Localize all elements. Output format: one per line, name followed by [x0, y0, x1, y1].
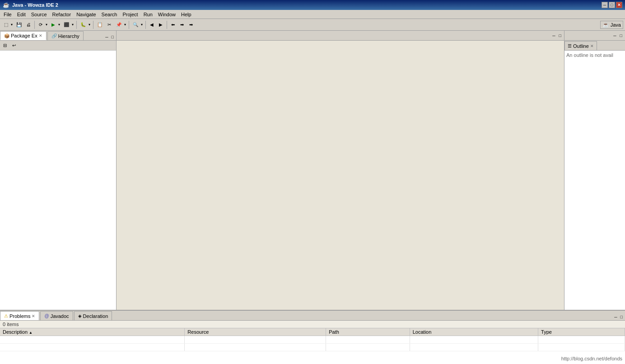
title-bar: ☕ Java - Wowza IDE 2 ─ □ ✕ [0, 0, 625, 10]
search-button-group: 🔍 ▾ [131, 20, 144, 29]
menu-item-edit[interactable]: Edit [14, 11, 28, 18]
right-panel-content: An outline is not avail [564, 51, 625, 310]
right-panel: ─ □ ☰ Outline ✕ An outline is not avail [564, 31, 625, 310]
debug-button-group: 🐛 ▾ [79, 20, 91, 29]
close-button[interactable]: ✕ [616, 2, 622, 8]
menu-item-file[interactable]: File [1, 11, 14, 18]
menu-item-source[interactable]: Source [28, 11, 50, 18]
back-button[interactable]: ⬅ [169, 20, 177, 29]
watermark: http://blog.csdn.net/defonds [561, 356, 622, 361]
javadoc-label: Javadoc [51, 313, 69, 319]
stop-dropdown-arrow[interactable]: ▾ [71, 23, 75, 27]
bottom-maximize-button[interactable]: □ [619, 314, 624, 320]
problems-table-body [0, 336, 625, 351]
left-panel-tab-controls: ─ □ [104, 34, 116, 40]
copy-button[interactable]: 📋 [95, 20, 104, 29]
location-column-header[interactable]: Location [410, 328, 538, 336]
search-dropdown-arrow[interactable]: ▾ [140, 23, 144, 27]
hierarchy-label: Hierarchy [58, 33, 79, 39]
center-panel: ─ □ [117, 31, 564, 310]
hierarchy-icon: 🔗 [51, 33, 57, 38]
menu-item-refactor[interactable]: Refactor [50, 11, 74, 18]
main-layout: 📦 Package Ex ✕ 🔗 Hierarchy ─ □ ⊟ ↩ [0, 31, 625, 364]
package-explorer-icon: 📦 [4, 33, 9, 38]
left-panel-maximize-button[interactable]: □ [110, 34, 115, 40]
type-column-header[interactable]: Type [538, 328, 625, 336]
build-button-group: ⟳ ▾ [37, 20, 48, 29]
package-explorer-tab[interactable]: 📦 Package Ex ✕ [0, 31, 47, 40]
resource-column-header[interactable]: Resource [185, 328, 326, 336]
save-button[interactable]: 💾 [14, 20, 23, 29]
java-perspective-icon: ☕ [602, 22, 609, 28]
javadoc-icon: @ [44, 313, 49, 318]
right-panel-top-bar: ─ □ [564, 31, 625, 41]
new-button[interactable]: ⬚ [2, 20, 10, 29]
bookmark-button[interactable]: 📌 [114, 20, 123, 29]
javadoc-tab[interactable]: @ Javadoc [40, 311, 73, 320]
hierarchy-tab[interactable]: 🔗 Hierarchy [47, 31, 84, 40]
bottom-content: 0 items Description ▲ Resource Path [0, 321, 625, 364]
separator-5 [145, 21, 146, 29]
prev-annotation-button[interactable]: ◀ [148, 20, 156, 29]
declaration-tab[interactable]: ◈ Declaration [74, 311, 112, 320]
minimize-button[interactable]: ─ [602, 2, 608, 8]
build-dropdown-arrow[interactable]: ▾ [45, 23, 48, 27]
right-panel-tabs: ☰ Outline ✕ [564, 41, 625, 51]
problems-close[interactable]: ✕ [32, 314, 35, 318]
outline-maximize-button[interactable]: □ [618, 33, 624, 39]
left-panel: 📦 Package Ex ✕ 🔗 Hierarchy ─ □ ⊟ ↩ [0, 31, 117, 310]
debug-button[interactable]: 🐛 [79, 20, 88, 29]
outline-close[interactable]: ✕ [590, 44, 594, 48]
collapse-all-button[interactable]: ⊟ [1, 41, 9, 50]
menu-item-search[interactable]: Search [99, 11, 120, 18]
table-header-row: Description ▲ Resource Path Location [0, 328, 625, 336]
separator-3 [93, 21, 93, 29]
editor-minimize-button[interactable]: ─ [550, 33, 557, 39]
problems-table: Description ▲ Resource Path Location [0, 328, 625, 351]
package-explorer-label: Package Ex [11, 33, 37, 38]
path-column-header[interactable]: Path [326, 328, 410, 336]
separator-6 [167, 21, 167, 29]
print-button[interactable]: 🖨 [24, 20, 33, 29]
problems-icon: ⚠ [4, 313, 8, 318]
package-explorer-close[interactable]: ✕ [39, 33, 42, 38]
perspective-button[interactable]: ☕ Java [600, 21, 623, 29]
last-edit-button[interactable]: ➡ [187, 20, 195, 29]
problems-tab[interactable]: ⚠ Problems ✕ [0, 311, 39, 320]
cut-button[interactable]: ✂ [105, 20, 113, 29]
bookmark-dropdown-arrow[interactable]: ▾ [123, 23, 127, 27]
left-panel-inner [0, 51, 116, 310]
debug-dropdown-arrow[interactable]: ▾ [88, 23, 91, 27]
left-panel-tabs: 📦 Package Ex ✕ 🔗 Hierarchy ─ □ [0, 31, 116, 41]
outline-tab[interactable]: ☰ Outline ✕ [564, 41, 597, 50]
maximize-button[interactable]: □ [609, 2, 615, 8]
title-bar-left: ☕ Java - Wowza IDE 2 [3, 2, 58, 8]
title-bar-buttons: ─ □ ✕ [602, 2, 622, 8]
menu-item-help[interactable]: Help [178, 11, 194, 18]
separator-1 [34, 21, 35, 29]
stop-button[interactable]: ⬛ [62, 20, 71, 29]
bottom-minimize-button[interactable]: ─ [613, 314, 618, 320]
next-annotation-button[interactable]: ▶ [157, 20, 165, 29]
bookmark-button-group: 📌 ▾ [114, 20, 127, 29]
build-button[interactable]: ⟳ [37, 20, 45, 29]
link-editor-button[interactable]: ↩ [10, 41, 18, 50]
search-button[interactable]: 🔍 [131, 20, 140, 29]
menu-item-window[interactable]: Window [155, 11, 178, 18]
outline-minimize-button[interactable]: ─ [611, 33, 618, 39]
bottom-status-bar: 0 items [0, 321, 625, 328]
declaration-icon: ◈ [78, 313, 82, 318]
menu-item-run[interactable]: Run [141, 11, 155, 18]
run-button[interactable]: ▶ [49, 20, 57, 29]
forward-button[interactable]: ➡ [178, 20, 186, 29]
menu-item-navigate[interactable]: Navigate [74, 11, 98, 18]
description-column-header[interactable]: Description ▲ [0, 328, 185, 336]
new-dropdown-arrow[interactable]: ▾ [10, 23, 14, 27]
left-panel-minimize-button[interactable]: ─ [104, 34, 109, 40]
editor-area[interactable] [117, 41, 564, 310]
new-button-group: ⬚ ▾ [2, 20, 14, 29]
editor-maximize-button[interactable]: □ [557, 33, 563, 39]
run-dropdown-arrow[interactable]: ▾ [57, 23, 61, 27]
separator-2 [76, 21, 77, 29]
menu-item-project[interactable]: Project [120, 11, 140, 18]
